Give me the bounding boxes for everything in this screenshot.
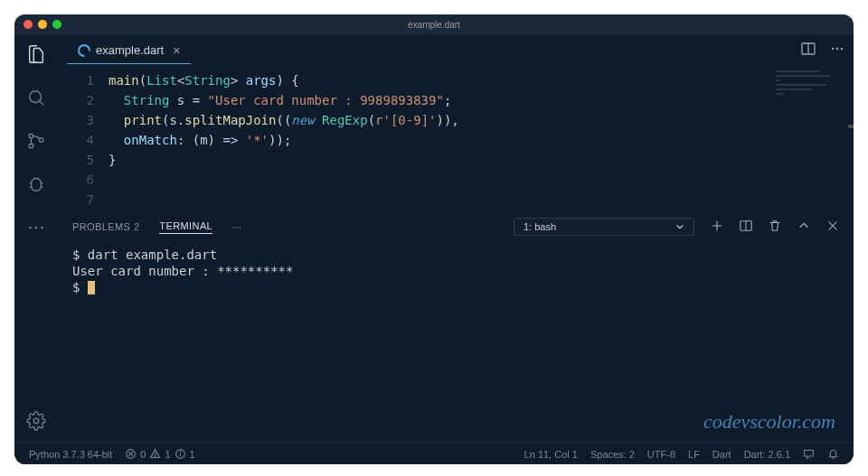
- code-editor[interactable]: 123 456 7 main(List<String> args) { Stri…: [58, 67, 854, 210]
- titlebar: example.dart: [14, 14, 854, 34]
- svg-point-18: [836, 48, 838, 50]
- settings-gear-icon[interactable]: [25, 410, 47, 432]
- editor-window: example.dart: [14, 14, 854, 464]
- status-dart[interactable]: Dart: 2.6.1: [744, 449, 790, 460]
- panel-more-icon[interactable]: ···: [232, 221, 241, 232]
- status-spaces[interactable]: Spaces: 2: [590, 449, 635, 460]
- status-eol[interactable]: LF: [688, 449, 700, 460]
- svg-line-7: [30, 187, 33, 188]
- tab-label: example.dart: [96, 43, 164, 57]
- panel-header: PROBLEMS2 TERMINAL ··· 1: bash: [72, 218, 839, 236]
- activity-bar: [14, 34, 58, 443]
- svg-point-12: [35, 227, 38, 229]
- svg-point-2: [29, 134, 33, 138]
- chevron-down-icon: [675, 222, 684, 231]
- svg-line-9: [33, 178, 34, 180]
- editor-actions: [801, 42, 844, 60]
- tab-bar: example.dart ×: [58, 34, 854, 67]
- minimap[interactable]: [776, 70, 848, 143]
- status-lang[interactable]: Dart: [712, 449, 731, 460]
- more-actions-icon[interactable]: [830, 42, 844, 60]
- close-panel-icon[interactable]: [826, 219, 839, 234]
- status-cursor[interactable]: Ln 11, Col 1: [524, 449, 578, 460]
- more-icon[interactable]: [25, 217, 47, 238]
- close-window-button[interactable]: [24, 20, 33, 29]
- terminal-line: User card number : **********: [72, 263, 839, 279]
- split-terminal-icon[interactable]: [740, 219, 752, 234]
- svg-line-5: [30, 182, 33, 183]
- panel: PROBLEMS2 TERMINAL ··· 1: bash: [58, 210, 854, 443]
- split-editor-icon[interactable]: [801, 42, 816, 60]
- code-content[interactable]: main(List<String> args) { String s = "Us…: [108, 70, 854, 210]
- problems-tab[interactable]: PROBLEMS2: [72, 221, 139, 232]
- dart-file-icon: [78, 44, 90, 57]
- svg-point-4: [39, 138, 43, 143]
- error-icon: [125, 448, 137, 460]
- debug-icon[interactable]: [25, 173, 47, 195]
- close-tab-icon[interactable]: ×: [173, 43, 180, 58]
- svg-point-17: [832, 48, 834, 50]
- svg-point-3: [29, 144, 33, 148]
- bell-icon[interactable]: [827, 448, 839, 460]
- status-bar: Python 3.7.3 64-bit 0 1 1 Ln 11, Col 1 S…: [14, 443, 854, 464]
- chevron-up-icon[interactable]: [797, 219, 810, 234]
- svg-line-8: [41, 187, 43, 188]
- svg-line-10: [38, 178, 39, 180]
- terminal-cursor: [88, 281, 95, 294]
- maximize-window-button[interactable]: [52, 20, 61, 29]
- terminal-line: $: [72, 279, 839, 295]
- terminal-line: $ dart example.dart: [72, 247, 839, 263]
- svg-point-30: [156, 456, 156, 457]
- terminal-tab[interactable]: TERMINAL: [159, 220, 212, 234]
- watermark: codevscolor.com: [703, 410, 835, 434]
- svg-line-1: [40, 101, 44, 106]
- warning-icon: [149, 448, 161, 460]
- new-terminal-icon[interactable]: [711, 219, 723, 234]
- status-problems[interactable]: 0 1 1: [125, 448, 194, 460]
- status-python[interactable]: Python 3.7.3 64-bit: [29, 449, 112, 460]
- explorer-icon[interactable]: [25, 43, 47, 65]
- trash-icon[interactable]: [769, 219, 781, 234]
- status-encoding[interactable]: UTF-8: [647, 449, 675, 460]
- main-area: example.dart × 123 456 7 main(List<Strin…: [14, 34, 854, 443]
- source-control-icon[interactable]: [25, 130, 47, 152]
- window-controls: [24, 20, 61, 29]
- svg-point-19: [841, 48, 843, 50]
- terminal-select[interactable]: 1: bash: [514, 218, 694, 236]
- window-title: example.dart: [408, 20, 460, 30]
- svg-point-11: [29, 227, 32, 229]
- info-icon: [175, 448, 186, 460]
- svg-point-0: [30, 91, 42, 103]
- feedback-icon[interactable]: [803, 448, 815, 460]
- svg-point-33: [180, 452, 181, 453]
- svg-point-13: [41, 227, 43, 229]
- minimize-window-button[interactable]: [38, 20, 47, 29]
- content-area: example.dart × 123 456 7 main(List<Strin…: [58, 34, 854, 443]
- svg-point-14: [33, 418, 39, 424]
- file-tab[interactable]: example.dart ×: [67, 38, 191, 64]
- search-icon[interactable]: [25, 87, 47, 108]
- line-numbers: 123 456 7: [58, 70, 108, 210]
- svg-line-6: [41, 182, 43, 183]
